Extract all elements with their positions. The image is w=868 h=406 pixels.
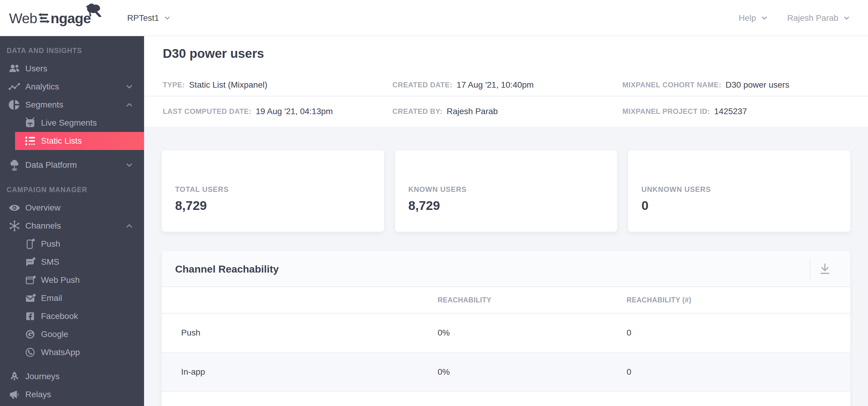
meta-project-id: MIXPANEL PROJECT ID: 1425237 (622, 107, 868, 116)
email-envelope-icon (24, 292, 36, 304)
meta-last-computed-label: LAST COMPUTED DATE: (163, 107, 251, 116)
meta-project-id-label: MIXPANEL PROJECT ID: (622, 107, 710, 116)
megaphone-icon (8, 388, 21, 401)
sidebar-item-google[interactable]: Google (0, 325, 144, 343)
stat-label: UNKNOWN USERS (641, 185, 850, 194)
browser-push-icon (24, 274, 36, 286)
webengage-wordmark: Web ngage (9, 10, 91, 27)
sidebar-item-label: Channels (25, 221, 61, 231)
column-reachability-count: REACHABILITY (#) (627, 296, 850, 304)
channels-hub-icon (8, 220, 21, 232)
sidebar-item-label: Overview (25, 203, 61, 213)
meta-row-1: TYPE: Static List (Mixpanel) CREATED DAT… (144, 74, 868, 96)
channel-reachability-panel: Channel Reachability REACHABILITY REACHA… (161, 250, 850, 406)
user-name: Rajesh Parab (787, 13, 838, 23)
sidebar-item-web-push[interactable]: Web Push (0, 271, 144, 289)
column-reachability: REACHABILITY (438, 296, 627, 304)
google-icon (24, 328, 36, 340)
sidebar-item-label: Google (41, 330, 68, 339)
list-detail-header: D30 power users TYPE: Static List (Mixpa… (144, 36, 868, 127)
meta-last-computed-value: 19 Aug '21, 04:13pm (255, 107, 333, 116)
stat-value: 0 (641, 199, 850, 213)
meta-created-date-value: 17 Aug '21, 10:40pm (457, 80, 534, 90)
user-menu[interactable]: Rajesh Parab (787, 0, 850, 36)
live-segments-icon (24, 117, 36, 129)
sidebar-item-analytics[interactable]: Analytics (0, 78, 144, 96)
chevron-down-icon (761, 14, 768, 22)
sidebar-item-static-lists[interactable]: Static Lists (15, 132, 144, 150)
sidebar-item-label: Facebook (41, 311, 78, 321)
meta-last-computed: LAST COMPUTED DATE: 19 Aug '21, 04:13pm (163, 107, 393, 116)
sidebar-item-whatsapp[interactable]: WhatsApp (0, 343, 144, 362)
workspace-switcher[interactable]: RPTest1 (127, 0, 171, 36)
brand-bird-icon (85, 2, 103, 20)
sidebar-item-live-segments[interactable]: Live Segments (0, 114, 144, 132)
stat-label: KNOWN USERS (408, 185, 617, 194)
meta-created-date: CREATED DATE: 17 Aug '21, 10:40pm (393, 80, 622, 90)
reachability-table-header: REACHABILITY REACHABILITY (#) (162, 287, 850, 313)
chevron-down-icon (125, 82, 134, 91)
sidebar-item-label: SMS (41, 257, 59, 267)
workspace-name: RPTest1 (127, 13, 159, 23)
cell-reachability: 0% (438, 367, 627, 377)
data-platform-icon (8, 159, 21, 171)
stat-value: 8,729 (408, 199, 617, 213)
sidebar-item-label: Push (41, 239, 60, 249)
segments-icon (8, 99, 21, 111)
brand-e-arrows-icon (38, 12, 50, 24)
meta-row-2: LAST COMPUTED DATE: 19 Aug '21, 04:13pm … (144, 96, 868, 127)
mobile-push-icon (24, 238, 36, 250)
sidebar-item-label: Segments (25, 100, 63, 110)
table-row-push: Push 0% 0 (162, 313, 850, 353)
meta-created-by: CREATED BY: Rajesh Parab (393, 107, 622, 116)
analytics-icon (8, 81, 21, 93)
meta-type: TYPE: Static List (Mixpanel) (163, 80, 393, 90)
table-row-partial (162, 392, 850, 406)
sidebar-item-label: Static Lists (41, 136, 82, 146)
cell-channel: In-app (162, 367, 438, 377)
sidebar-item-facebook[interactable]: Facebook (0, 307, 144, 325)
meta-type-value: Static List (Mixpanel) (189, 80, 267, 90)
sidebar-item-label: Journeys (25, 372, 60, 381)
download-icon (818, 262, 832, 276)
top-bar: Web ngage RPTest1 Help (0, 0, 868, 36)
rocket-icon (8, 370, 21, 382)
sidebar-item-label: WhatsApp (41, 347, 80, 357)
cell-reachability-count: 0 (627, 328, 850, 338)
facebook-icon (24, 310, 36, 322)
sidebar-item-journeys[interactable]: Journeys (0, 367, 144, 385)
sidebar-item-data-platform[interactable]: Data Platform (0, 156, 144, 174)
panel-title: Channel Reachability (175, 251, 279, 287)
sidebar-item-email[interactable]: Email (0, 289, 144, 307)
sidebar-item-users[interactable]: Users (0, 60, 144, 78)
main-content: D30 power users TYPE: Static List (Mixpa… (144, 36, 868, 406)
chevron-down-icon (125, 161, 134, 170)
sidebar-item-relays[interactable]: Relays (0, 385, 144, 404)
sms-bubble-icon (24, 256, 36, 268)
eye-icon (8, 202, 21, 214)
brand-ngage-text: ngage (51, 10, 91, 27)
download-button[interactable] (815, 259, 835, 279)
sidebar-item-label: Live Segments (41, 118, 97, 128)
help-menu[interactable]: Help (739, 0, 768, 36)
page-title: D30 power users (163, 46, 264, 61)
sidebar-item-channels[interactable]: Channels (0, 217, 144, 235)
panel-header: Channel Reachability (162, 251, 850, 287)
sidebar-item-segments[interactable]: Segments (0, 96, 144, 114)
cell-reachability-count: 0 (627, 367, 850, 377)
chevron-down-icon (843, 14, 850, 22)
sidebar-item-label: Users (25, 64, 47, 73)
sidebar-item-push[interactable]: Push (0, 235, 144, 253)
panel-header-divider (810, 258, 810, 280)
sidebar-item-overview[interactable]: Overview (0, 199, 144, 217)
stat-card-total-users: TOTAL USERS 8,729 (161, 150, 384, 232)
stat-cards: TOTAL USERS 8,729 KNOWN USERS 8,729 UNKN… (161, 150, 850, 232)
sidebar-item-label: Web Push (41, 275, 80, 285)
chevron-down-icon (163, 14, 171, 22)
meta-type-label: TYPE: (163, 81, 185, 89)
meta-cohort-name: MIXPANEL COHORT NAME: D30 power users (622, 80, 868, 90)
webengage-app: Web ngage RPTest1 Help (0, 0, 868, 406)
sidebar-item-sms[interactable]: SMS (0, 253, 144, 271)
static-lists-icon (24, 135, 36, 147)
webengage-logo[interactable]: Web ngage (9, 0, 91, 36)
